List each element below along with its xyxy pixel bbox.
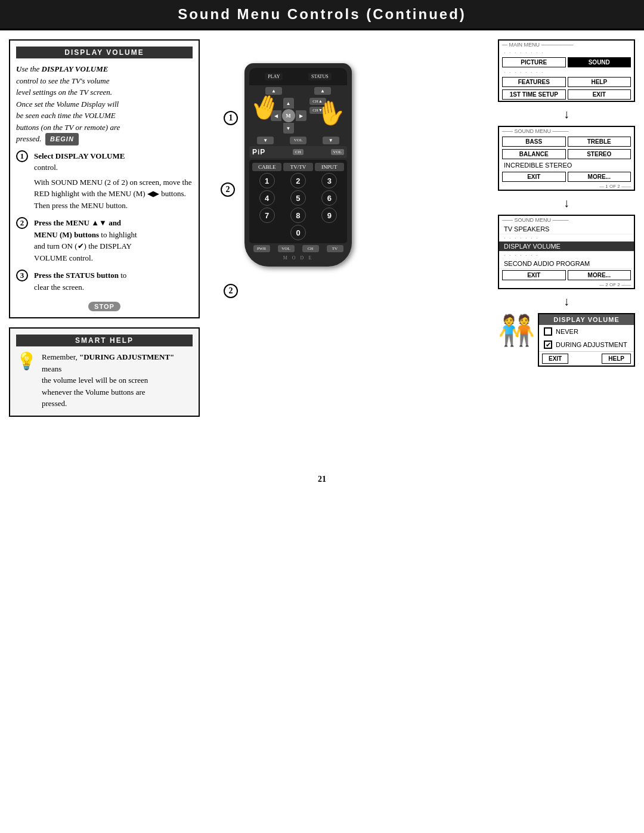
num-7-btn[interactable]: 7 [259,208,275,223]
num-4-btn[interactable]: 4 [259,190,275,206]
sound-menu-1-footer: EXIT MORE... [499,171,634,183]
status-btn[interactable]: STATUS [308,73,332,80]
right-column: 1 2 2 🤚 ✋ PLAY STATUS ▲ ▲ [209,39,635,457]
num-3-btn[interactable]: 3 [321,173,337,188]
step-3-bold: Press the STATUS button [34,271,119,280]
arrow-1: ↓ [498,108,635,120]
display-volume-menu-screen: DISPLAY VOLUME NEVER ✔ DURING ADJUSTMENT… [538,313,635,367]
hand-2-icon: ✋ [314,97,348,129]
main-menu-row-2: FEATURES HELP [499,76,634,88]
arrow-3: ↓ [498,295,635,307]
display-vol-area: 🧑‍🤝‍🧑 DISPLAY VOLUME NEVER ✔ DURING ADJU… [498,313,635,367]
sound-menu-1-row-1: BASS TREBLE [499,135,634,148]
display-vol-footer: EXIT HELP [539,351,634,366]
step-2-bold: Press the MENU ▲▼ and MENU (M) buttons [34,218,121,239]
vol-up-btn[interactable]: ▲ [314,87,331,95]
step-circle-3: 2 [224,284,238,298]
page-number: 21 [0,466,644,493]
step-1-number: 1 [16,150,28,162]
step-3: 3 Press the STATUS button to clear the s… [16,270,193,293]
d-pad-down[interactable]: ▼ [283,123,294,134]
main-menu-screen: — MAIN MENU —————— · · · · · · · · PICTU… [498,39,635,102]
balance-btn[interactable]: BALANCE [502,149,566,159]
sound-menu-2-page: — 2 OF 2 —— [499,281,634,288]
step-2-content: Press the MENU ▲▼ and MENU (M) buttons t… [34,217,193,264]
pip-btn-1[interactable]: CH [293,149,304,155]
mode-label: M O D E [249,254,347,262]
during-label: DURING ADJUSTMENT [556,341,627,348]
display-vol-exit-btn[interactable]: EXIT [542,354,568,364]
never-option-row: NEVER [539,325,634,338]
step-circle-2: 2 [221,182,235,197]
d-pad-up[interactable]: ▲ [283,98,294,109]
main-menu-row-3: 1ST TIME SETUP EXIT [499,88,634,101]
never-checkbox[interactable] [544,327,552,336]
num-2-btn[interactable]: 2 [290,173,306,188]
sound-btn[interactable]: SOUND [568,57,631,67]
display-vol-menu-title: DISPLAY VOLUME [539,314,634,325]
pip-btn-2[interactable]: VOL [331,149,344,155]
main-menu-row-1: PICTURE SOUND [499,56,634,69]
more-sound-1-btn[interactable]: MORE... [568,172,631,182]
display-volume-box: DISPLAY VOLUME Use the DISPLAY VOLUME co… [9,39,200,318]
menu-center-btn[interactable]: M [282,109,295,122]
help-btn[interactable]: HELP [568,77,631,87]
smart-help-content: 💡 Remember, "DURING ADJUSTMENT" means th… [16,351,193,410]
num-0-btn[interactable]: 0 [290,225,306,240]
stereo-btn[interactable]: STEREO [568,149,631,159]
1st-time-setup-btn[interactable]: 1ST TIME SETUP [502,89,566,100]
features-btn[interactable]: FEATURES [502,77,566,87]
remote-top: PLAY STATUS [249,68,347,85]
num-9-btn[interactable]: 9 [321,208,337,223]
remote-bottom-row: PWR VOL CH TV [249,245,347,252]
step-1-bold: Select DISPLAY VOLUME [34,151,125,160]
d-pad-right[interactable]: ▶ [296,110,306,121]
more-sound-2-btn[interactable]: MORE... [568,270,631,280]
display-vol-help-btn[interactable]: HELP [602,354,631,364]
tv-input-btn[interactable]: TV/TV [283,163,312,171]
tv-btn[interactable]: TV [327,245,343,252]
tv-speakers-item[interactable]: TV SPEAKERS [499,224,634,234]
vol-label: VOL [290,137,306,144]
display-volume-section-header: DISPLAY VOLUME [16,47,193,58]
cable-btn[interactable]: CABLE [252,163,281,171]
vol-bottom-btn[interactable]: VOL [278,245,295,252]
step-1: 1 Select DISPLAY VOLUME control. With SO… [16,150,193,212]
treble-btn[interactable]: TREBLE [568,137,631,147]
second-audio-item[interactable]: SECOND AUDIO PROGRAM [499,259,634,269]
num-8-btn[interactable]: 8 [290,208,306,223]
sound-menu-1-page: — 1 OF 2 —— [499,183,634,190]
intro-text: Use the DISPLAY VOLUME control to see th… [16,63,193,145]
picture-btn[interactable]: PICTURE [502,57,566,67]
exit-sound-1-btn[interactable]: EXIT [502,172,566,182]
num-6-btn[interactable]: 6 [321,190,337,206]
num-1-btn[interactable]: 1 [259,173,275,188]
step-1-text: control. [34,163,58,172]
during-option-row: ✔ DURING ADJUSTMENT [539,338,634,351]
intro-bold: U [16,64,21,73]
page-header: Sound Menu Controls (Continued) [0,0,644,30]
power-btn[interactable]: PWR [253,245,270,252]
smart-help-box: SMART HELP 💡 Remember, "DURING ADJUSTMEN… [9,327,200,417]
intro-span: se the DISPLAY VOLUME control to see the… [16,64,120,143]
menu-screens: — MAIN MENU —————— · · · · · · · · PICTU… [498,39,635,367]
begin-badge: BEGIN [45,133,79,145]
vol-down-btn[interactable]: ▼ [323,137,339,144]
incredible-stereo-item[interactable]: INCREDIBLE STEREO [499,160,634,171]
exit-main-btn[interactable]: EXIT [568,89,631,100]
ch-down-btn[interactable]: ▼ [257,137,274,144]
bass-btn[interactable]: BASS [502,137,566,147]
step-3-content: Press the STATUS button to clear the scr… [34,270,193,293]
remote-container: 1 2 2 🤚 ✋ PLAY STATUS ▲ ▲ [221,63,376,267]
play-btn[interactable]: PLAY [265,73,283,80]
display-volume-item[interactable]: DISPLAY VOLUME [499,241,634,252]
input-btn[interactable]: INPUT [315,163,344,171]
during-checkbox[interactable]: ✔ [544,340,552,349]
sound-menu-1-label: —— SOUND MENU ——— [499,127,634,135]
num-5-btn[interactable]: 5 [290,190,306,206]
main-content: DISPLAY VOLUME Use the DISPLAY VOLUME co… [0,30,644,466]
page-title: Sound Menu Controls (Continued) [178,6,466,22]
step-circle-1: 1 [224,111,238,125]
exit-sound-2-btn[interactable]: EXIT [502,270,566,280]
ch-bottom-btn[interactable]: CH [302,245,319,252]
